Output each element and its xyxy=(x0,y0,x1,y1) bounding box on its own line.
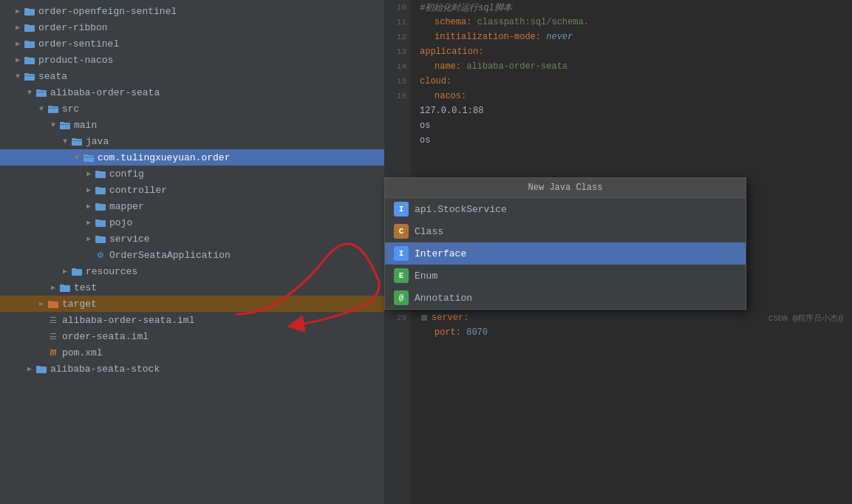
tree-label: controller xyxy=(109,185,384,196)
folder-icon xyxy=(24,21,35,33)
svg-rect-17 xyxy=(60,123,70,129)
svg-rect-1 xyxy=(24,8,29,10)
tree-item-src[interactable]: ▼ src xyxy=(0,101,384,117)
code-val: 127.0.0.1:88 xyxy=(420,106,483,116)
dropdown-item-interface[interactable]: I Interface xyxy=(385,242,746,265)
spacer xyxy=(35,314,47,326)
svg-rect-7 xyxy=(24,57,29,58)
code-space xyxy=(461,61,466,72)
folder-open-icon xyxy=(24,70,35,82)
svg-rect-14 xyxy=(48,106,58,113)
tree-label: seata xyxy=(38,71,384,82)
code-line-blank3: os xyxy=(420,133,843,148)
code-line-blank4 xyxy=(420,148,843,163)
tree-item-order-openfeign-sentinel[interactable]: ▶ order-openfeign-sentinel xyxy=(0,3,384,19)
dropdown-item-label: Interface xyxy=(415,248,466,259)
chevron-right-icon: ▶ xyxy=(83,233,95,245)
svg-rect-33 xyxy=(95,219,100,221)
code-line-14: name: alibaba-order-seata xyxy=(420,59,843,74)
tree-label: OrderSeataApplication xyxy=(109,250,384,261)
folder-icon xyxy=(95,168,106,180)
tree-item-seata[interactable]: ▼ seata xyxy=(0,68,384,84)
csdn-watermark: CSDN @程序员小杰@ xyxy=(768,313,843,324)
folder-icon xyxy=(24,5,35,17)
file-iml-icon: ☰ xyxy=(47,330,59,342)
tree-item-package[interactable]: ▼ com.tulingxueyuan.order xyxy=(0,149,384,166)
chevron-right-icon: ▶ xyxy=(59,265,71,277)
dropdown-item-class[interactable]: C Class xyxy=(385,220,746,242)
tree-label: main xyxy=(74,120,384,131)
tree-item-service[interactable]: ▶ service xyxy=(0,231,384,247)
code-key: port: xyxy=(434,327,461,338)
svg-rect-2 xyxy=(24,25,35,32)
tree-item-order-ribbon[interactable]: ▶ order-ribbon xyxy=(0,19,384,35)
svg-rect-4 xyxy=(24,41,35,48)
svg-rect-8 xyxy=(24,74,35,81)
code-line-port: port: 8070 xyxy=(420,325,843,340)
code-key: nacos: xyxy=(434,91,466,101)
code-val: os xyxy=(420,120,430,131)
dropdown-item-enum[interactable]: E Enum xyxy=(385,265,746,287)
code-line-11: schema: classpath:sql/schema. xyxy=(420,15,843,30)
code-line-16: nacos: xyxy=(420,89,843,103)
code-val: os xyxy=(420,135,430,146)
line-num-10: 10 xyxy=(397,0,406,15)
svg-rect-15 xyxy=(48,106,52,107)
tree-label: order-openfeign-sentinel xyxy=(38,6,384,17)
code-val: alibaba-order-seata xyxy=(466,61,568,72)
code-key: name: xyxy=(434,61,461,72)
svg-rect-20 xyxy=(72,139,82,146)
dropdown-item-label: Enum xyxy=(415,270,437,282)
tree-item-alibaba-seata-stock[interactable]: ▶ alibaba-seata-stock xyxy=(0,361,384,377)
code-line-12: initialization-mode: never xyxy=(420,30,843,44)
tree-item-mapper[interactable]: ▶ mapper xyxy=(0,198,384,214)
tree-item-target[interactable]: ▶ target xyxy=(0,296,384,312)
tree-item-resources[interactable]: ▶ resources xyxy=(0,263,384,279)
svg-rect-34 xyxy=(95,236,106,243)
folder-icon xyxy=(95,233,106,245)
folder-open-icon xyxy=(35,86,47,98)
dropdown-item-annotation[interactable]: @ Annotation xyxy=(385,287,746,309)
tree-label: resources xyxy=(86,266,384,277)
tree-item-test[interactable]: ▶ test xyxy=(0,279,384,296)
tree-item-order-sentinel[interactable]: ▶ order-sentinel xyxy=(0,35,384,52)
svg-rect-36 xyxy=(72,269,82,276)
tree-item-pom-xml[interactable]: m pom.xml xyxy=(0,344,384,361)
svg-rect-32 xyxy=(95,220,106,227)
tree-item-alibaba-order-seata[interactable]: ▼ alibaba-order-seata xyxy=(0,84,384,101)
chevron-right-icon: ▶ xyxy=(35,298,47,310)
svg-rect-41 xyxy=(48,301,52,302)
tree-item-controller[interactable]: ▶ controller xyxy=(0,182,384,198)
code-key: cloud: xyxy=(420,76,451,86)
chevron-down-icon: ▼ xyxy=(47,119,59,131)
folder-icon xyxy=(24,54,35,66)
line-num-14: 14 xyxy=(397,59,406,74)
chevron-right-icon: ▶ xyxy=(47,282,59,293)
code-line-13: application: xyxy=(420,44,843,59)
folder-icon xyxy=(47,298,59,310)
dropdown-item-label: Annotation xyxy=(415,293,472,304)
tree-item-order-seata-application[interactable]: ⚙ OrderSeataApplication xyxy=(0,247,384,263)
tree-label: test xyxy=(74,282,384,293)
file-tree-panel: ▶ order-openfeign-sentinel ▶ order-ribbo… xyxy=(0,0,384,504)
tree-item-product-nacos[interactable]: ▶ product-nacos xyxy=(0,52,384,68)
chevron-right-icon: ▶ xyxy=(24,363,35,375)
svg-rect-29 xyxy=(95,187,100,188)
dropdown-item-api-stock[interactable]: I api.StockService xyxy=(385,198,746,220)
chevron-right-icon: ▶ xyxy=(12,54,24,66)
tree-item-pojo[interactable]: ▶ pojo xyxy=(0,214,384,231)
tree-item-alibaba-order-seata-iml[interactable]: ☰ alibaba-order-seata.iml xyxy=(0,312,384,328)
file-m-icon: m xyxy=(47,347,59,358)
tree-item-config[interactable]: ▶ config xyxy=(0,166,384,182)
line-num-13: 13 xyxy=(397,44,406,59)
line-num-15: 15 xyxy=(397,74,406,89)
chevron-down-icon: ▼ xyxy=(71,151,83,163)
svg-rect-42 xyxy=(36,367,47,373)
tree-item-main[interactable]: ▼ main xyxy=(0,117,384,133)
folder-res-icon xyxy=(71,265,83,277)
svg-rect-23 xyxy=(84,155,94,162)
tree-item-order-seata-iml[interactable]: ☰ order-seata.iml xyxy=(0,328,384,344)
tree-item-java[interactable]: ▼ java xyxy=(0,133,384,149)
chevron-down-icon: ▼ xyxy=(59,135,71,147)
svg-rect-21 xyxy=(72,138,76,140)
